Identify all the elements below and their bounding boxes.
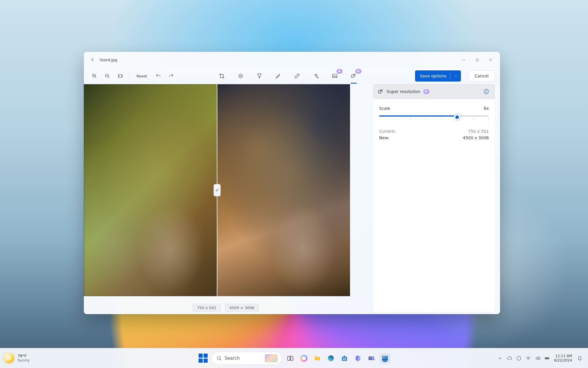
taskbar-m365[interactable] <box>353 353 363 364</box>
minimize-button[interactable] <box>457 55 470 64</box>
current-value: 750 x 501 <box>468 129 489 134</box>
editor-tabs: AI AI <box>216 71 359 81</box>
zoom-in-icon <box>92 73 97 79</box>
maximize-button[interactable] <box>471 55 484 64</box>
new-label: New: <box>379 135 389 140</box>
taskbar-teams[interactable]: T <box>366 353 377 364</box>
side-panel: Super resolution AI Scale 6x <box>368 84 500 314</box>
zoom-fit-button[interactable] <box>115 71 126 81</box>
back-button[interactable] <box>88 55 97 64</box>
cancel-label: Cancel <box>475 74 489 78</box>
svg-point-16 <box>372 356 374 358</box>
svg-rect-10 <box>288 356 290 360</box>
redo-button[interactable] <box>166 71 176 81</box>
svg-text:T: T <box>369 357 371 360</box>
bell-icon <box>577 356 583 361</box>
svg-point-4 <box>240 75 242 77</box>
taskbar-weather[interactable]: 78°F Sunny <box>4 353 30 363</box>
tray-hex-icon[interactable] <box>516 356 522 361</box>
divider <box>129 72 129 80</box>
clock-date: 6/22/2024 <box>554 358 572 362</box>
adjust-tab[interactable] <box>235 71 246 81</box>
upscaled-dimensions: 4500 × 3006 <box>225 304 259 312</box>
background-ai-tab[interactable]: AI <box>329 71 340 81</box>
folder-icon <box>314 355 321 362</box>
canvas-area: 750 x 501 4500 × 3006 <box>84 84 368 314</box>
taskbar-photos[interactable] <box>380 353 390 364</box>
search-placeholder: Search <box>225 356 240 361</box>
svg-rect-11 <box>291 356 293 360</box>
chevron-up-icon[interactable] <box>497 356 503 361</box>
markup-tab[interactable] <box>273 71 284 81</box>
zoom-out-button[interactable] <box>102 71 113 81</box>
chevron-down-icon <box>454 74 458 78</box>
divider <box>450 73 450 79</box>
filter-icon <box>256 73 262 79</box>
maximize-icon <box>476 58 479 62</box>
cancel-button[interactable]: Cancel <box>469 70 495 82</box>
task-view-button[interactable] <box>285 353 296 364</box>
retouch-tab[interactable] <box>311 71 321 81</box>
close-button[interactable] <box>484 55 497 64</box>
info-icon[interactable] <box>483 89 489 95</box>
battery-icon[interactable] <box>544 356 550 361</box>
taskbar-store[interactable] <box>339 353 350 364</box>
save-options-button[interactable]: Save options <box>415 70 461 82</box>
windows-logo-icon <box>198 353 209 364</box>
crop-tab[interactable] <box>216 71 227 81</box>
volume-icon[interactable] <box>535 356 540 361</box>
taskbar-explorer[interactable] <box>312 353 323 364</box>
titlebar: lizard.jpg <box>84 52 500 68</box>
ai-badge: AI <box>355 69 361 74</box>
undo-button[interactable] <box>153 71 164 81</box>
taskbar-tray: 11:11 AM 6/22/2024 <box>497 354 584 362</box>
scale-icon <box>351 73 357 79</box>
onedrive-icon[interactable] <box>507 356 512 361</box>
weather-temp: 78°F <box>18 354 30 358</box>
close-icon <box>489 58 492 62</box>
copilot-icon <box>300 355 307 362</box>
image-compare[interactable] <box>84 84 350 296</box>
editor-toolbar: Reset <box>84 68 500 84</box>
search-highlight-icon <box>265 354 278 362</box>
ai-badge: AI <box>337 69 342 74</box>
notifications-button[interactable] <box>576 354 584 362</box>
super-resolution-tab[interactable]: AI <box>348 71 359 81</box>
save-options-label: Save options <box>420 74 446 78</box>
crop-icon <box>219 73 225 79</box>
reset-button[interactable]: Reset <box>133 71 151 81</box>
svg-rect-7 <box>379 91 381 93</box>
task-view-icon <box>287 355 294 362</box>
start-button[interactable] <box>198 353 209 364</box>
minimize-icon <box>462 58 465 62</box>
taskbar-copilot[interactable] <box>299 353 309 364</box>
weather-label: Sunny <box>18 358 30 362</box>
scale-slider[interactable] <box>379 112 489 122</box>
scale-value: 6x <box>484 106 489 111</box>
scale-icon <box>378 89 384 95</box>
store-icon <box>341 355 348 362</box>
panel-title: Super resolution <box>387 89 420 94</box>
svg-rect-0 <box>476 59 478 61</box>
teams-icon: T <box>368 355 375 362</box>
svg-rect-20 <box>545 358 549 359</box>
taskbar-search[interactable]: Search <box>211 352 282 365</box>
taskbar: 78°F Sunny Search <box>0 348 588 368</box>
panel-header: Super resolution AI <box>373 84 495 99</box>
erase-tab[interactable] <box>292 71 302 81</box>
filter-tab[interactable] <box>254 71 265 81</box>
sun-icon <box>4 353 14 363</box>
taskbar-edge[interactable] <box>326 353 336 364</box>
new-value: 4500 x 3006 <box>463 135 489 140</box>
compare-handle[interactable] <box>214 184 221 196</box>
scale-row: Scale 6x <box>379 106 489 111</box>
taskbar-clock[interactable]: 11:11 AM 6/22/2024 <box>554 354 572 362</box>
current-row: Current: 750 x 501 <box>379 129 489 134</box>
search-icon <box>216 356 222 361</box>
swap-icon <box>215 188 219 192</box>
wifi-icon[interactable] <box>526 356 531 361</box>
image-upscaled <box>217 84 350 296</box>
eraser-icon <box>294 73 300 79</box>
active-indicator <box>383 361 387 362</box>
zoom-in-button[interactable] <box>89 71 100 81</box>
